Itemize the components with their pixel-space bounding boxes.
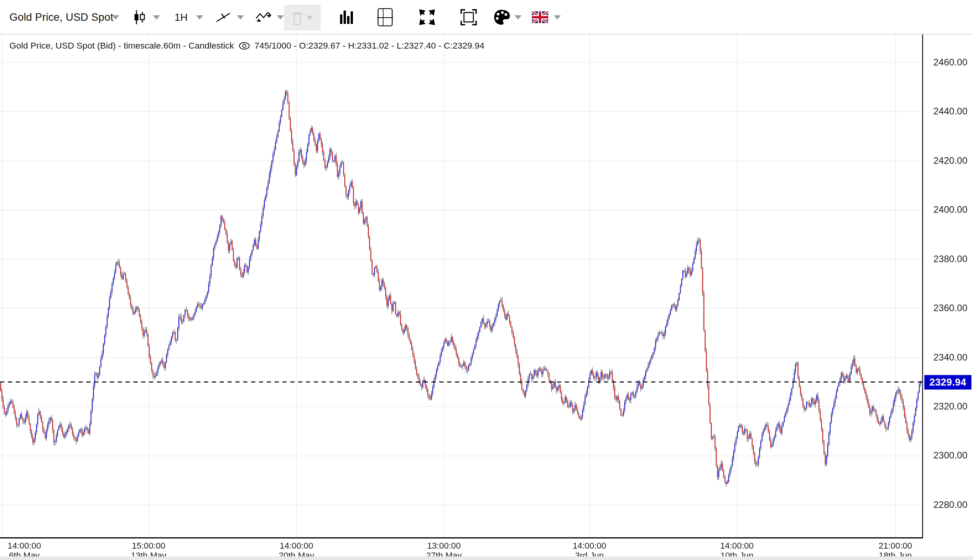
trash-caret-icon [306, 16, 313, 20]
symbol-dropdown-caret-icon[interactable] [112, 0, 119, 34]
y-axis-label: 2300.00 [933, 449, 973, 461]
last-price-tag: 2329.94 [924, 375, 971, 390]
interval-selector[interactable]: 1H [175, 0, 187, 34]
y-axis-label: 2420.00 [933, 155, 973, 167]
y-axis-label: 2320.00 [933, 401, 973, 412]
chart-type-caret-icon[interactable] [153, 0, 160, 34]
symbol-label: Gold Price, USD Spot [9, 11, 113, 24]
trendline-tool-icon[interactable] [215, 0, 231, 34]
y-axis-label: 2360.00 [933, 302, 973, 314]
ohlc-readout: 745/1000 - O:2329.67 - H:2331.02 - L:232… [255, 41, 485, 51]
y-axis-label: 2280.00 [933, 499, 973, 511]
volume-toggle-icon[interactable] [340, 0, 354, 34]
delete-drawings-button[interactable] [284, 5, 321, 31]
language-flag-uk-icon[interactable] [532, 0, 548, 34]
eye-visibility-icon[interactable] [239, 42, 250, 50]
interval-label: 1H [175, 11, 187, 24]
chart-area: Gold Price, USD Spot (Bid) - timescale.6… [0, 34, 973, 560]
indicator-caret-icon[interactable] [277, 0, 284, 34]
y-axis-label: 2400.00 [933, 204, 973, 216]
fit-frame-icon[interactable] [460, 0, 477, 34]
crosshair-grid-icon[interactable] [377, 0, 394, 34]
trendline-caret-icon[interactable] [237, 0, 244, 34]
y-axis-label: 2340.00 [933, 352, 973, 363]
palette-caret-icon[interactable] [515, 0, 522, 34]
trash-icon [291, 10, 303, 25]
charting-app: Gold Price, USD Spot 1H [0, 0, 973, 560]
y-axis-label: 2380.00 [933, 253, 973, 265]
flag-caret-icon[interactable] [554, 0, 561, 34]
interval-caret-icon[interactable] [196, 0, 203, 34]
fullscreen-expand-icon[interactable] [419, 0, 435, 34]
bottom-scroll-strip[interactable] [0, 556, 973, 560]
candlestick-chart-canvas[interactable] [0, 34, 973, 560]
series-title: Gold Price, USD Spot (Bid) - timescale.6… [9, 41, 234, 51]
y-axis-label: 2440.00 [933, 105, 973, 117]
top-toolbar: Gold Price, USD Spot 1H [0, 0, 973, 34]
indicator-tool-icon[interactable] [255, 0, 272, 34]
theme-palette-icon[interactable] [493, 0, 511, 34]
chart-legend: Gold Price, USD Spot (Bid) - timescale.6… [9, 40, 484, 52]
symbol-selector[interactable]: Gold Price, USD Spot [9, 0, 113, 34]
y-axis-label: 2460.00 [933, 56, 973, 68]
chart-type-candlestick-icon[interactable] [133, 0, 147, 34]
